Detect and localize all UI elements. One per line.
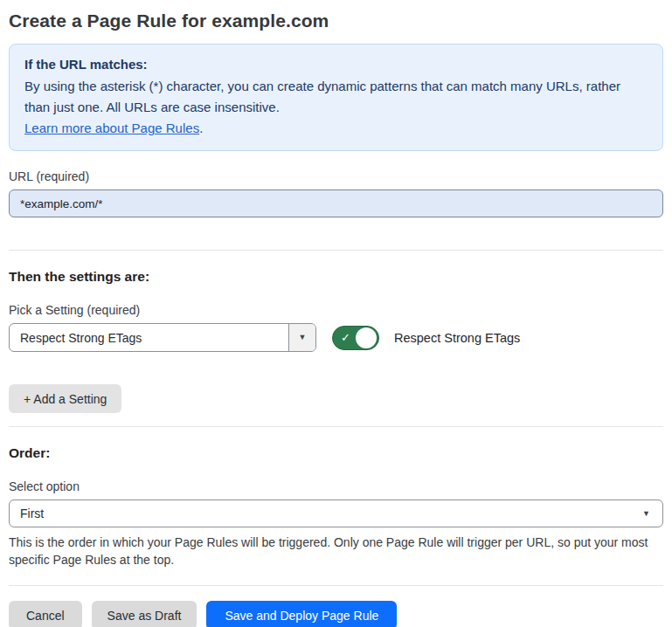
- pick-setting-label: Pick a Setting (required): [9, 303, 663, 317]
- settings-section-heading: Then the settings are:: [9, 269, 663, 285]
- order-section-heading: Order:: [9, 445, 663, 461]
- order-select-label: Select option: [9, 479, 663, 493]
- page-rule-form: Create a Page Rule for example.com If th…: [0, 0, 672, 627]
- etags-toggle[interactable]: ✓: [332, 326, 379, 350]
- info-callout-body: By using the asterisk (*) character, you…: [24, 76, 648, 118]
- url-match-info-callout: If the URL matches: By using the asteris…: [9, 44, 663, 151]
- info-callout-heading: If the URL matches:: [24, 54, 648, 75]
- setting-dropdown[interactable]: Respect Strong ETags ▼: [9, 323, 316, 352]
- etags-toggle-label: Respect Strong ETags: [394, 331, 520, 345]
- order-dropdown[interactable]: First ▼: [9, 500, 663, 527]
- chevron-down-icon: ▼: [299, 334, 307, 341]
- link-period: .: [199, 121, 203, 135]
- order-help-text: This is the order in which your Page Rul…: [9, 534, 660, 568]
- cancel-button[interactable]: Cancel: [9, 601, 82, 627]
- divider-after-settings: [9, 426, 663, 427]
- save-as-draft-button[interactable]: Save as Draft: [92, 601, 197, 627]
- url-input[interactable]: [9, 189, 663, 217]
- save-and-deploy-button[interactable]: Save and Deploy Page Rule: [206, 601, 397, 627]
- footer-actions: Cancel Save as Draft Save and Deploy Pag…: [9, 601, 663, 627]
- divider-after-url: [9, 250, 663, 251]
- learn-more-link[interactable]: Learn more about Page Rules: [24, 121, 199, 135]
- order-dropdown-value: First: [20, 506, 44, 520]
- divider-before-footer: [9, 585, 663, 586]
- url-field-label: URL (required): [9, 169, 663, 183]
- setting-dropdown-arrow-segment[interactable]: ▼: [288, 324, 315, 351]
- setting-row: Respect Strong ETags ▼ ✓ Respect Strong …: [9, 323, 663, 352]
- setting-dropdown-value: Respect Strong ETags: [10, 324, 288, 351]
- toggle-knob: [356, 327, 377, 348]
- info-callout-link-line: Learn more about Page Rules.: [24, 118, 648, 139]
- chevron-down-icon: ▼: [642, 510, 650, 518]
- add-setting-button[interactable]: + Add a Setting: [9, 384, 121, 413]
- check-icon: ✓: [341, 331, 350, 344]
- page-title: Create a Page Rule for example.com: [9, 10, 663, 31]
